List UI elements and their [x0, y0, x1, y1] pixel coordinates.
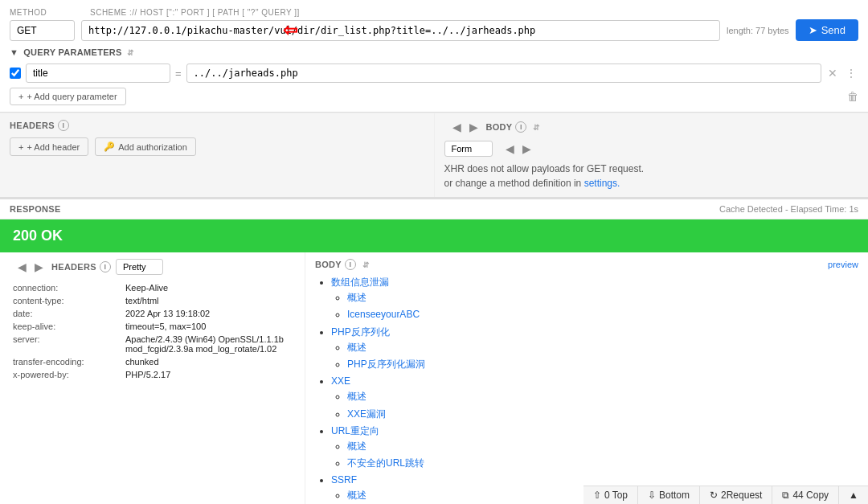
- body-link-sub[interactable]: 概述: [347, 292, 366, 303]
- param-checkbox[interactable]: [10, 68, 21, 79]
- resp-headers-pretty-select[interactable]: Pretty Raw: [116, 259, 163, 275]
- body-link-sub[interactable]: 概述: [347, 391, 366, 402]
- url-label: SCHEME :// HOST [":" PORT ] [ PATH [ "?"…: [90, 8, 300, 17]
- resp-headers-info-icon[interactable]: i: [100, 261, 111, 272]
- headers-info-icon[interactable]: i: [58, 120, 69, 131]
- method-select[interactable]: GET POST PUT DELETE PATCH: [10, 20, 75, 41]
- form-dropdown[interactable]: Form JSON XML Raw: [444, 141, 493, 157]
- body-link-main[interactable]: XXE: [331, 375, 350, 387]
- headers-label: HEADERS i: [10, 120, 424, 131]
- resp-headers-nav: ◀ ▶: [14, 260, 47, 274]
- form-nav-right[interactable]: ▶: [519, 141, 534, 156]
- body-nav-left[interactable]: ◀: [449, 120, 465, 134]
- expand-button[interactable]: ▲: [839, 486, 868, 504]
- bottom-icon: ⇩: [648, 490, 656, 501]
- header-key: server:: [10, 333, 122, 355]
- status-text: 200 OK: [13, 227, 63, 244]
- expand-icon: ▲: [849, 490, 858, 501]
- resp-headers-label: HEADERS i: [51, 261, 111, 272]
- lock-icon: 🔑: [104, 141, 115, 152]
- copy-label: 44 Copy: [792, 490, 829, 501]
- list-item: 不安全的URL跳转: [347, 456, 858, 471]
- add-auth-button[interactable]: 🔑 Add authorization: [95, 137, 196, 156]
- resp-headers-nav-left[interactable]: ◀: [14, 260, 30, 274]
- header-value: 2022 Apr 13 19:18:02: [122, 307, 295, 320]
- add-header-label: + Add header: [27, 142, 80, 152]
- param-key-input[interactable]: [26, 64, 170, 83]
- method-select-wrapper: GET POST PUT DELETE PATCH: [10, 20, 75, 41]
- collapse-arrow[interactable]: ▼: [10, 47, 18, 57]
- body-link-sub[interactable]: IcenseeyourABC: [347, 309, 420, 320]
- header-key: transfer-encoding:: [10, 355, 122, 368]
- sort-icon: ⇵: [127, 48, 133, 57]
- body-text: BODY: [486, 122, 513, 132]
- list-item: XXE概述XXE漏洞: [331, 374, 858, 422]
- body-link-sub[interactable]: PHP反序列化漏洞: [347, 359, 425, 370]
- add-param-label: + Add query parameter: [27, 92, 117, 101]
- add-param-button[interactable]: + + Add query parameter: [10, 88, 126, 105]
- body-nav-arrows: ◀ ▶: [449, 120, 481, 134]
- body-link-main[interactable]: SSRF: [331, 474, 357, 486]
- body-label: BODY i ⇵: [486, 121, 540, 133]
- bottom-button[interactable]: ⇩ Bottom: [638, 486, 700, 504]
- body-link-sub[interactable]: 概述: [347, 342, 366, 353]
- body-col: ◀ ▶ BODY i ⇵ Form JSON XML Raw ◀ ▶ XHR d…: [435, 113, 869, 197]
- body-link-main[interactable]: 数组信息泄漏: [331, 277, 389, 288]
- copy-button[interactable]: ⧉ 44 Copy: [772, 486, 839, 504]
- copy-icon: ⧉: [782, 490, 789, 501]
- param-menu-button[interactable]: ⋮: [844, 65, 858, 81]
- table-row: keep-alive:timeout=5, max=100: [10, 320, 295, 333]
- request-label: 2Request: [721, 490, 762, 501]
- list-item: IcenseeyourABC: [347, 307, 858, 322]
- add-header-button[interactable]: + + Add header: [10, 137, 88, 156]
- length-info: length: 77 bytes: [727, 26, 789, 35]
- delete-param-icon[interactable]: 🗑: [847, 90, 858, 103]
- form-nav-left[interactable]: ◀: [502, 141, 518, 156]
- url-input[interactable]: [81, 20, 720, 41]
- body-link-sub[interactable]: 概述: [347, 490, 366, 501]
- table-row: server:Apache/2.4.39 (Win64) OpenSSL/1.1…: [10, 333, 295, 355]
- response-headers-col: ◀ ▶ HEADERS i Pretty Raw connection:Keep…: [0, 252, 305, 504]
- header-value: Keep-Alive: [122, 281, 295, 294]
- header-key: keep-alive:: [10, 320, 122, 333]
- xhr-notice-line2: or change a method definition in: [444, 178, 582, 189]
- response-body-col: BODY i ⇵ preview 数组信息泄漏概述IcenseeyourABCP…: [305, 252, 868, 504]
- param-close-button[interactable]: ✕: [826, 65, 839, 81]
- body-link-sub[interactable]: XXE漏洞: [347, 408, 386, 420]
- add-header-icon: +: [18, 142, 23, 152]
- send-icon: ➤: [809, 24, 817, 36]
- list-item: 数组信息泄漏概述IcenseeyourABC: [331, 275, 858, 323]
- xhr-settings-link[interactable]: settings.: [584, 178, 620, 189]
- body-info-icon[interactable]: i: [515, 121, 526, 133]
- add-param-icon: +: [18, 92, 23, 101]
- resp-headers-nav-right[interactable]: ▶: [31, 260, 47, 274]
- body-link-sub[interactable]: 不安全的URL跳转: [347, 457, 424, 469]
- response-section: RESPONSE Cache Detected - Elapsed Time: …: [0, 197, 868, 504]
- xhr-notice: XHR does not allow payloads for GET requ…: [444, 162, 859, 191]
- body-links-list: 数组信息泄漏概述IcenseeyourABCPHP反序列化概述PHP反序列化漏洞…: [315, 275, 858, 504]
- response-label: RESPONSE: [10, 204, 61, 214]
- param-value-input[interactable]: [186, 64, 821, 83]
- bottom-bar: ⇧ 0 Top ⇩ Bottom ↻ 2Request ⧉ 44 Copy ▲: [583, 486, 868, 504]
- body-link-main[interactable]: PHP反序列化: [331, 326, 390, 338]
- header-value: PHP/5.2.17: [122, 368, 295, 381]
- request-button[interactable]: ↻ 2Request: [700, 486, 772, 504]
- body-link-sub[interactable]: 概述: [347, 440, 366, 452]
- list-item: PHP反序列化漏洞: [347, 357, 858, 372]
- body-link-main[interactable]: URL重定向: [331, 425, 379, 436]
- response-body-header: BODY i ⇵ preview: [315, 259, 858, 270]
- top-button[interactable]: ⇧ 0 Top: [583, 486, 638, 504]
- send-button[interactable]: ➤ Send: [796, 19, 858, 41]
- header-value: timeout=5, max=100: [122, 320, 295, 333]
- send-label: Send: [821, 24, 845, 36]
- preview-button[interactable]: preview: [828, 260, 858, 269]
- resp-body-info-icon[interactable]: i: [345, 259, 356, 270]
- body-sort-icon: ⇵: [533, 123, 539, 132]
- status-bar: 200 OK: [0, 219, 868, 252]
- headers-col: HEADERS i + + Add header 🔑 Add authoriza…: [0, 113, 435, 197]
- header-key: connection:: [10, 281, 122, 294]
- method-url-row: GET POST PUT DELETE PATCH length: 77 byt…: [10, 19, 858, 41]
- headers-body-section: HEADERS i + + Add header 🔑 Add authoriza…: [0, 113, 868, 197]
- body-nav-right[interactable]: ▶: [466, 120, 481, 134]
- list-item: PHP反序列化概述PHP反序列化漏洞: [331, 325, 858, 373]
